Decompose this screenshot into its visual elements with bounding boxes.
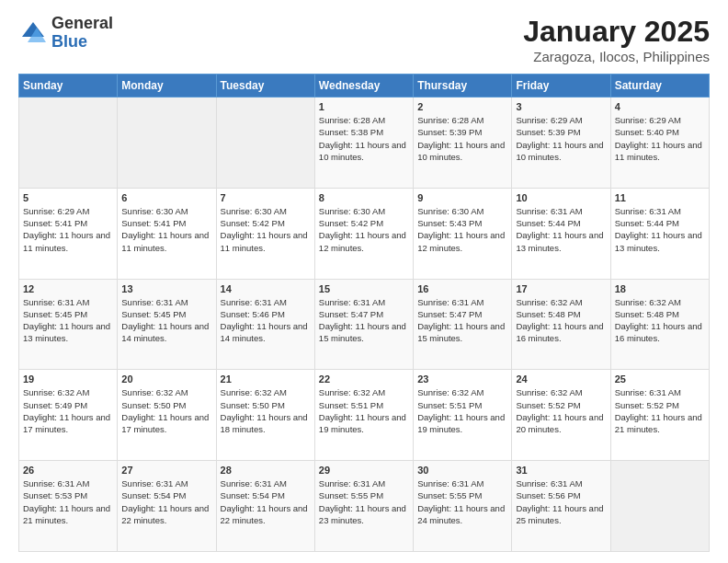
day-number: 15 [319,283,409,294]
day-number: 13 [121,283,211,294]
day-number: 6 [121,192,211,203]
sunset: Sunset: 5:47 PM [417,309,482,319]
day-info: Sunrise: 6:31 AMSunset: 5:56 PMDaylight:… [516,477,606,526]
week-row-5: 26Sunrise: 6:31 AMSunset: 5:53 PMDayligh… [19,461,710,552]
logo-icon [18,18,48,48]
calendar-cell: 28Sunrise: 6:31 AMSunset: 5:54 PMDayligh… [216,461,314,552]
day-number: 21 [221,373,311,385]
daylight: Daylight: 11 hours and 22 minutes. [121,503,209,525]
page: General Blue January 2025 Zaragoza, Iloc… [0,0,728,563]
sunset: Sunset: 5:39 PM [516,127,580,137]
day-info: Sunrise: 6:31 AMSunset: 5:44 PMDaylight:… [516,205,606,254]
sunset: Sunset: 5:53 PM [23,490,87,500]
daylight: Daylight: 11 hours and 13 minutes. [516,230,603,252]
day-header-wednesday: Wednesday [314,75,413,98]
daylight: Daylight: 11 hours and 13 minutes. [615,230,702,252]
sunrise: Sunrise: 6:30 AM [319,206,385,216]
day-info: Sunrise: 6:31 AMSunset: 5:46 PMDaylight:… [221,296,311,345]
day-number: 7 [221,192,311,203]
sunset: Sunset: 5:54 PM [121,490,186,500]
sunset: Sunset: 5:49 PM [23,400,87,410]
day-header-tuesday: Tuesday [216,75,314,98]
sunset: Sunset: 5:44 PM [615,218,679,228]
calendar-cell: 8Sunrise: 6:30 AMSunset: 5:42 PMDaylight… [314,188,413,279]
day-info: Sunrise: 6:30 AMSunset: 5:42 PMDaylight:… [221,205,311,254]
daylight: Daylight: 11 hours and 12 minutes. [417,230,505,252]
sunrise: Sunrise: 6:31 AM [221,297,287,307]
sunrise: Sunrise: 6:32 AM [615,297,681,307]
sunrise: Sunrise: 6:30 AM [417,206,483,216]
sunrise: Sunrise: 6:31 AM [121,297,188,307]
calendar-cell: 14Sunrise: 6:31 AMSunset: 5:46 PMDayligh… [216,279,314,370]
sunrise: Sunrise: 6:31 AM [516,478,582,488]
calendar-cell: 25Sunrise: 6:31 AMSunset: 5:52 PMDayligh… [610,370,709,461]
day-info: Sunrise: 6:31 AMSunset: 5:55 PMDaylight:… [319,477,409,526]
sunrise: Sunrise: 6:31 AM [319,297,385,307]
sunset: Sunset: 5:40 PM [615,127,679,137]
calendar-cell: 16Sunrise: 6:31 AMSunset: 5:47 PMDayligh… [414,279,512,370]
sunrise: Sunrise: 6:31 AM [417,478,483,488]
daylight: Daylight: 11 hours and 10 minutes. [319,140,406,162]
sunset: Sunset: 5:41 PM [121,218,186,228]
daylight: Daylight: 11 hours and 20 minutes. [516,412,603,434]
day-number: 27 [121,465,211,476]
sunset: Sunset: 5:43 PM [417,218,482,228]
day-header-sunday: Sunday [19,75,118,98]
sunrise: Sunrise: 6:31 AM [516,206,582,216]
day-info: Sunrise: 6:31 AMSunset: 5:45 PMDaylight:… [23,296,113,345]
calendar-cell: 23Sunrise: 6:32 AMSunset: 5:51 PMDayligh… [414,370,512,461]
logo-text: General Blue [51,15,113,52]
sunset: Sunset: 5:54 PM [221,490,285,500]
week-row-2: 5Sunrise: 6:29 AMSunset: 5:41 PMDaylight… [19,188,710,279]
daylight: Daylight: 11 hours and 10 minutes. [417,140,505,162]
daylight: Daylight: 11 hours and 14 minutes. [121,321,209,343]
day-header-monday: Monday [118,75,216,98]
header: General Blue January 2025 Zaragoza, Iloc… [18,15,710,64]
daylight: Daylight: 11 hours and 16 minutes. [615,321,702,343]
calendar-cell: 2Sunrise: 6:28 AMSunset: 5:39 PMDaylight… [414,98,512,189]
daylight: Daylight: 11 hours and 16 minutes. [516,321,603,343]
calendar-cell: 31Sunrise: 6:31 AMSunset: 5:56 PMDayligh… [512,461,610,552]
sunset: Sunset: 5:42 PM [221,218,285,228]
header-row: SundayMondayTuesdayWednesdayThursdayFrid… [19,75,710,98]
calendar-table: SundayMondayTuesdayWednesdayThursdayFrid… [18,74,710,552]
calendar-cell: 27Sunrise: 6:31 AMSunset: 5:54 PMDayligh… [118,461,216,552]
sunset: Sunset: 5:52 PM [615,400,679,410]
daylight: Daylight: 11 hours and 23 minutes. [319,503,406,525]
sunrise: Sunrise: 6:32 AM [121,387,188,397]
week-row-3: 12Sunrise: 6:31 AMSunset: 5:45 PMDayligh… [19,279,710,370]
sunrise: Sunrise: 6:30 AM [121,206,188,216]
daylight: Daylight: 11 hours and 21 minutes. [615,412,702,434]
day-number: 19 [23,373,113,385]
sunrise: Sunrise: 6:31 AM [417,297,483,307]
daylight: Daylight: 11 hours and 14 minutes. [221,321,308,343]
sunset: Sunset: 5:51 PM [417,400,482,410]
calendar-cell: 10Sunrise: 6:31 AMSunset: 5:44 PMDayligh… [512,188,610,279]
day-info: Sunrise: 6:31 AMSunset: 5:54 PMDaylight:… [221,477,311,526]
daylight: Daylight: 11 hours and 11 minutes. [221,230,308,252]
sunset: Sunset: 5:52 PM [516,400,580,410]
day-info: Sunrise: 6:31 AMSunset: 5:54 PMDaylight:… [121,477,211,526]
calendar-cell: 19Sunrise: 6:32 AMSunset: 5:49 PMDayligh… [19,370,118,461]
sunrise: Sunrise: 6:31 AM [319,478,385,488]
sunrise: Sunrise: 6:29 AM [516,115,582,125]
sunset: Sunset: 5:51 PM [319,400,383,410]
calendar-cell: 24Sunrise: 6:32 AMSunset: 5:52 PMDayligh… [512,370,610,461]
sunset: Sunset: 5:50 PM [221,400,285,410]
calendar-cell: 17Sunrise: 6:32 AMSunset: 5:48 PMDayligh… [512,279,610,370]
sunrise: Sunrise: 6:31 AM [615,387,681,397]
daylight: Daylight: 11 hours and 11 minutes. [23,230,110,252]
day-info: Sunrise: 6:32 AMSunset: 5:52 PMDaylight:… [516,386,606,435]
calendar-cell: 21Sunrise: 6:32 AMSunset: 5:50 PMDayligh… [216,370,314,461]
sunrise: Sunrise: 6:29 AM [23,206,89,216]
sunrise: Sunrise: 6:32 AM [319,387,385,397]
day-header-friday: Friday [512,75,610,98]
calendar-cell: 20Sunrise: 6:32 AMSunset: 5:50 PMDayligh… [118,370,216,461]
daylight: Daylight: 11 hours and 15 minutes. [417,321,505,343]
sunset: Sunset: 5:56 PM [516,490,580,500]
daylight: Daylight: 11 hours and 17 minutes. [23,412,110,434]
sunrise: Sunrise: 6:32 AM [516,387,582,397]
day-info: Sunrise: 6:31 AMSunset: 5:55 PMDaylight:… [417,477,507,526]
day-info: Sunrise: 6:29 AMSunset: 5:41 PMDaylight:… [23,205,113,254]
day-number: 23 [417,373,507,385]
